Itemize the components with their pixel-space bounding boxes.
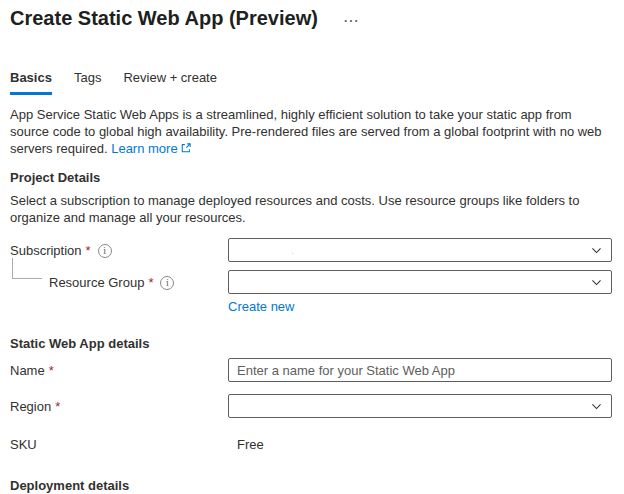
intro-text: App Service Static Web Apps is a streaml… — [10, 106, 614, 158]
required-marker: * — [86, 243, 91, 258]
create-new-link[interactable]: Create new — [228, 299, 294, 314]
required-marker: * — [55, 399, 60, 414]
wizard-tabs: Basics Tags Review + create — [10, 70, 614, 95]
subscription-label: Subscription * i — [10, 238, 228, 258]
hierarchy-connector-line — [12, 258, 42, 279]
name-label-text: Name — [10, 363, 45, 378]
subscription-row: Subscription * i . — [10, 238, 614, 262]
more-ellipsis-icon[interactable]: ... — [344, 6, 360, 30]
subscription-dropdown[interactable]: . — [228, 238, 612, 262]
subscription-label-text: Subscription — [10, 243, 82, 258]
name-label: Name * — [10, 358, 228, 378]
sku-row: SKU Free — [10, 432, 614, 452]
name-input[interactable] — [228, 358, 612, 382]
name-row: Name * — [10, 358, 614, 382]
create-static-web-app-page: Create Static Web App (Preview) ... Basi… — [0, 0, 624, 494]
tab-tags[interactable]: Tags — [74, 70, 101, 95]
resource-group-row: Resource Group * i — [10, 270, 614, 294]
intro-description: App Service Static Web Apps is a streaml… — [10, 107, 602, 156]
region-label-text: Region — [10, 399, 51, 414]
project-details-description: Select a subscription to manage deployed… — [10, 192, 614, 226]
resource-group-label-text: Resource Group — [49, 275, 144, 290]
resource-group-label: Resource Group * i — [10, 270, 228, 290]
info-icon[interactable]: i — [160, 276, 174, 290]
chevron-down-icon — [590, 276, 603, 289]
tab-review-create[interactable]: Review + create — [123, 70, 217, 95]
info-icon[interactable]: i — [98, 244, 112, 258]
page-header: Create Static Web App (Preview) ... — [10, 6, 614, 30]
tab-basics[interactable]: Basics — [10, 70, 52, 95]
deployment-details-heading: Deployment details — [10, 478, 614, 494]
sku-label-text: SKU — [10, 437, 37, 452]
subscription-value: . — [291, 238, 294, 262]
learn-more-link[interactable]: Learn more — [111, 141, 191, 156]
chevron-down-icon — [590, 400, 603, 413]
sku-value: Free — [228, 432, 612, 452]
sku-label: SKU — [10, 432, 228, 452]
project-details-heading: Project Details — [10, 170, 614, 186]
required-marker: * — [148, 275, 153, 290]
resource-group-dropdown[interactable] — [228, 270, 612, 294]
chevron-down-icon — [590, 244, 603, 257]
region-row: Region * — [10, 394, 614, 418]
page-title: Create Static Web App (Preview) — [10, 6, 318, 30]
learn-more-label: Learn more — [111, 141, 177, 156]
external-link-icon — [180, 141, 192, 158]
region-dropdown[interactable] — [228, 394, 612, 418]
required-marker: * — [49, 363, 54, 378]
region-label: Region * — [10, 394, 228, 414]
static-web-app-details-heading: Static Web App details — [10, 336, 614, 352]
